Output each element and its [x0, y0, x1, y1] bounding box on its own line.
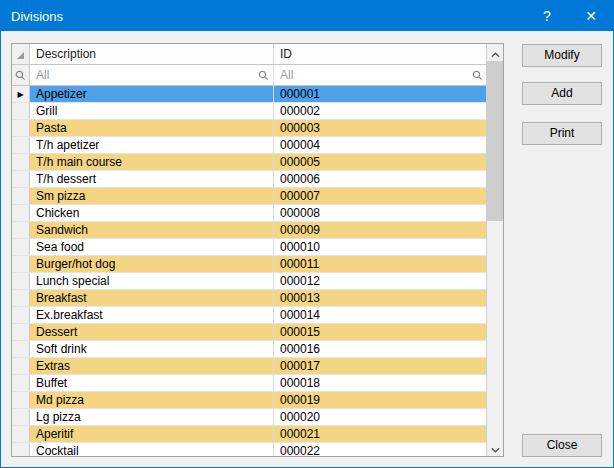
close-dialog-button[interactable]: Close: [522, 434, 602, 457]
grid-content: Description ID All All: [12, 44, 487, 456]
corner-triangle-icon: [17, 52, 24, 59]
close-button[interactable]: ✕: [569, 1, 613, 31]
row-description-cell: Soft drink: [30, 341, 274, 357]
row-description-cell: Appetizer: [30, 86, 274, 102]
row-description-cell: Md pizza: [30, 392, 274, 408]
title-bar[interactable]: Divisions ? ✕: [1, 1, 613, 31]
description-filter-value: All: [36, 68, 49, 82]
vertical-scrollbar[interactable]: [486, 44, 503, 456]
row-indicator: [12, 426, 30, 442]
row-indicator: [12, 341, 30, 357]
scroll-down-button[interactable]: [487, 439, 503, 456]
row-id-cell: 000001: [274, 86, 487, 102]
grid-row[interactable]: Lunch special 000012: [12, 273, 487, 290]
grid-row[interactable]: Soft drink 000016: [12, 341, 487, 358]
grid-row[interactable]: Sea food 000010: [12, 239, 487, 256]
row-id-cell: 000005: [274, 154, 487, 170]
grid-header: Description ID: [12, 44, 487, 65]
row-id-cell: 000007: [274, 188, 487, 204]
search-icon[interactable]: [472, 70, 483, 81]
description-filter-cell[interactable]: All: [30, 65, 274, 85]
row-indicator: [12, 154, 30, 170]
row-description-cell: Extras: [30, 358, 274, 374]
row-indicator: [12, 188, 30, 204]
id-filter-cell[interactable]: All: [274, 65, 487, 85]
id-column-header[interactable]: ID: [274, 44, 487, 64]
row-indicator: [12, 256, 30, 272]
grid-row[interactable]: Sandwich 000009: [12, 222, 487, 239]
chevron-up-icon: [491, 44, 500, 62]
row-description-cell: Sea food: [30, 239, 274, 255]
divisions-grid: Description ID All All: [11, 43, 504, 457]
print-button[interactable]: Print: [522, 122, 602, 145]
row-description-cell: Chicken: [30, 205, 274, 221]
row-id-cell: 000021: [274, 426, 487, 442]
row-indicator: ▶: [12, 86, 30, 102]
row-indicator: [12, 290, 30, 306]
description-column-header[interactable]: Description: [30, 44, 274, 64]
row-indicator: [12, 307, 30, 323]
select-all-corner[interactable]: [12, 44, 30, 64]
row-indicator: [12, 324, 30, 340]
row-id-cell: 000010: [274, 239, 487, 255]
scroll-up-button[interactable]: [487, 44, 503, 61]
modify-button[interactable]: Modify: [522, 44, 602, 67]
grid-row[interactable]: T/h apetizer 000004: [12, 137, 487, 154]
row-id-cell: 000008: [274, 205, 487, 221]
add-button[interactable]: Add: [522, 82, 602, 105]
row-id-cell: 000003: [274, 120, 487, 136]
grid-row[interactable]: Breakfast 000013: [12, 290, 487, 307]
grid-row[interactable]: Chicken 000008: [12, 205, 487, 222]
row-description-cell: Aperitif: [30, 426, 274, 442]
row-indicator: [12, 239, 30, 255]
search-icon[interactable]: [258, 70, 269, 81]
row-indicator: [12, 171, 30, 187]
grid-row[interactable]: Ex.breakfast 000014: [12, 307, 487, 324]
filter-row: All All: [12, 65, 487, 86]
row-description-cell: Buffet: [30, 375, 274, 391]
grid-row[interactable]: Sm pizza 000007: [12, 188, 487, 205]
grid-row[interactable]: T/h main course 000005: [12, 154, 487, 171]
row-id-cell: 000002: [274, 103, 487, 119]
row-description-cell: Lunch special: [30, 273, 274, 289]
row-description-cell: Sandwich: [30, 222, 274, 238]
grid-row[interactable]: Extras 000017: [12, 358, 487, 375]
grid-row[interactable]: Dessert 000015: [12, 324, 487, 341]
row-indicator: [12, 273, 30, 289]
row-indicator: [12, 205, 30, 221]
grid-body: ▶ Appetizer 000001 Grill 000002 Pasta 00…: [12, 86, 487, 456]
row-indicator: [12, 358, 30, 374]
row-indicator: [12, 120, 30, 136]
scroll-thumb[interactable]: [487, 61, 503, 221]
row-id-cell: 000004: [274, 137, 487, 153]
row-description-cell: Grill: [30, 103, 274, 119]
help-button[interactable]: ?: [525, 1, 569, 31]
row-indicator: [12, 392, 30, 408]
row-description-cell: Lg pizza: [30, 409, 274, 425]
row-description-cell: T/h apetizer: [30, 137, 274, 153]
row-id-cell: 000017: [274, 358, 487, 374]
window-title: Divisions: [11, 9, 63, 24]
grid-row[interactable]: Grill 000002: [12, 103, 487, 120]
row-id-cell: 000018: [274, 375, 487, 391]
row-id-cell: 000013: [274, 290, 487, 306]
row-description-cell: Burger/hot dog: [30, 256, 274, 272]
row-id-cell: 000016: [274, 341, 487, 357]
grid-row[interactable]: T/h dessert 000006: [12, 171, 487, 188]
grid-row[interactable]: Burger/hot dog 000011: [12, 256, 487, 273]
grid-row[interactable]: ▶ Appetizer 000001: [12, 86, 487, 103]
grid-row[interactable]: Aperitif 000021: [12, 426, 487, 443]
grid-row[interactable]: Lg pizza 000020: [12, 409, 487, 426]
dialog-divisions: Divisions ? ✕ Description ID: [0, 0, 614, 468]
grid-row[interactable]: Md pizza 000019: [12, 392, 487, 409]
grid-row[interactable]: Pasta 000003: [12, 120, 487, 137]
titlebar-controls: ? ✕: [525, 1, 613, 31]
row-id-cell: 000015: [274, 324, 487, 340]
row-description-cell: T/h dessert: [30, 171, 274, 187]
filter-indicator-cell[interactable]: [12, 65, 30, 85]
row-indicator: [12, 409, 30, 425]
grid-row[interactable]: Cocktail 000022: [12, 443, 487, 456]
row-description-cell: Cocktail: [30, 443, 274, 456]
grid-row[interactable]: Buffet 000018: [12, 375, 487, 392]
row-id-cell: 000022: [274, 443, 487, 456]
